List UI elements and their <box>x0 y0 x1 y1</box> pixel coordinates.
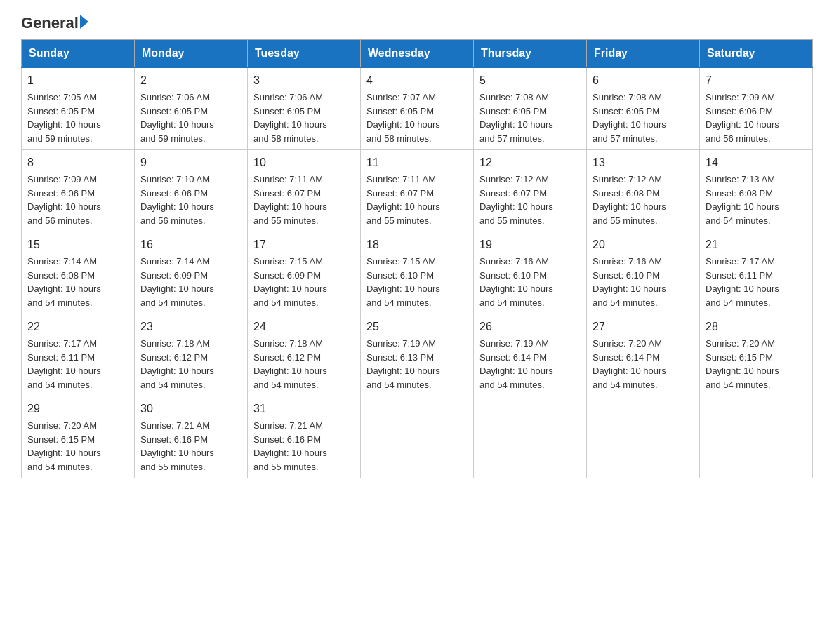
sunrise-label: Sunrise: 7:12 AM <box>479 174 549 185</box>
calendar-cell: 6 Sunrise: 7:08 AM Sunset: 6:05 PM Dayli… <box>587 67 700 150</box>
daylight-minutes: and 54 minutes. <box>479 297 545 308</box>
header-saturday: Saturday <box>700 40 813 68</box>
sunrise-label: Sunrise: 7:09 AM <box>27 174 97 185</box>
daylight-minutes: and 54 minutes. <box>479 380 545 390</box>
day-number: 21 <box>706 236 807 253</box>
daylight-label: Daylight: 10 hours <box>140 365 214 376</box>
calendar-cell: 3 Sunrise: 7:06 AM Sunset: 6:05 PM Dayli… <box>248 67 361 150</box>
daylight-minutes: and 55 minutes. <box>593 215 658 226</box>
sunrise-label: Sunrise: 7:06 AM <box>140 92 210 102</box>
header-friday: Friday <box>587 40 700 68</box>
header-thursday: Thursday <box>474 40 587 68</box>
sunset-label: Sunset: 6:10 PM <box>593 270 660 281</box>
daylight-label: Daylight: 10 hours <box>593 119 666 130</box>
day-number: 14 <box>706 154 807 171</box>
sunset-label: Sunset: 6:07 PM <box>253 188 321 199</box>
sunset-label: Sunset: 6:08 PM <box>27 270 95 281</box>
sunset-label: Sunset: 6:05 PM <box>366 106 434 116</box>
sunrise-label: Sunrise: 7:05 AM <box>27 92 97 102</box>
day-number: 29 <box>27 401 128 417</box>
sunrise-label: Sunrise: 7:08 AM <box>593 92 662 102</box>
logo-arrow-icon <box>80 15 88 29</box>
daylight-label: Daylight: 10 hours <box>253 201 327 212</box>
logo: General <box>21 14 88 32</box>
daylight-minutes: and 54 minutes. <box>366 297 432 308</box>
daylight-label: Daylight: 10 hours <box>27 119 101 130</box>
calendar-cell: 25 Sunrise: 7:19 AM Sunset: 6:13 PM Dayl… <box>361 314 474 396</box>
calendar-cell: 14 Sunrise: 7:13 AM Sunset: 6:08 PM Dayl… <box>700 150 813 232</box>
day-number: 19 <box>479 236 581 253</box>
sunset-label: Sunset: 6:06 PM <box>140 188 208 199</box>
sunrise-label: Sunrise: 7:18 AM <box>253 338 323 349</box>
sunrise-label: Sunrise: 7:19 AM <box>366 338 436 349</box>
day-number: 26 <box>479 318 581 335</box>
day-number: 4 <box>366 72 468 89</box>
calendar-week-2: 8 Sunrise: 7:09 AM Sunset: 6:06 PM Dayli… <box>22 150 813 232</box>
daylight-label: Daylight: 10 hours <box>593 283 666 294</box>
sunset-label: Sunset: 6:06 PM <box>706 106 773 116</box>
sunset-label: Sunset: 6:11 PM <box>27 352 95 363</box>
day-number: 8 <box>27 154 128 171</box>
calendar-body: 1 Sunrise: 7:05 AM Sunset: 6:05 PM Dayli… <box>22 67 813 478</box>
daylight-label: Daylight: 10 hours <box>479 283 553 294</box>
calendar-header: Sunday Monday Tuesday Wednesday Thursday… <box>22 40 813 68</box>
sunrise-label: Sunrise: 7:16 AM <box>479 256 549 267</box>
calendar-cell: 24 Sunrise: 7:18 AM Sunset: 6:12 PM Dayl… <box>248 314 361 396</box>
sunset-label: Sunset: 6:07 PM <box>366 188 434 199</box>
calendar-cell: 9 Sunrise: 7:10 AM Sunset: 6:06 PM Dayli… <box>135 150 248 232</box>
daylight-minutes: and 54 minutes. <box>27 297 93 308</box>
daylight-minutes: and 54 minutes. <box>140 380 206 390</box>
daylight-label: Daylight: 10 hours <box>253 119 327 130</box>
sunrise-label: Sunrise: 7:06 AM <box>253 92 323 102</box>
daylight-label: Daylight: 10 hours <box>593 201 666 212</box>
sunrise-label: Sunrise: 7:21 AM <box>140 420 210 431</box>
sunrise-label: Sunrise: 7:17 AM <box>706 256 775 267</box>
sunset-label: Sunset: 6:12 PM <box>253 352 321 363</box>
calendar-cell: 2 Sunrise: 7:06 AM Sunset: 6:05 PM Dayli… <box>135 67 248 150</box>
daylight-minutes: and 55 minutes. <box>366 215 432 226</box>
day-number: 30 <box>140 401 241 417</box>
calendar-week-4: 22 Sunrise: 7:17 AM Sunset: 6:11 PM Dayl… <box>22 314 813 396</box>
sunrise-label: Sunrise: 7:19 AM <box>479 338 549 349</box>
day-number: 2 <box>140 72 241 89</box>
sunrise-label: Sunrise: 7:20 AM <box>706 338 775 349</box>
calendar-cell: 29 Sunrise: 7:20 AM Sunset: 6:15 PM Dayl… <box>22 396 135 478</box>
calendar-cell <box>474 396 587 478</box>
daylight-label: Daylight: 10 hours <box>706 365 779 376</box>
calendar-cell <box>361 396 474 478</box>
day-number: 22 <box>27 318 128 335</box>
calendar-cell <box>700 396 813 478</box>
sunset-label: Sunset: 6:05 PM <box>140 106 208 116</box>
daylight-minutes: and 55 minutes. <box>253 215 319 226</box>
sunset-label: Sunset: 6:12 PM <box>140 352 208 363</box>
header-monday: Monday <box>135 40 248 68</box>
day-number: 24 <box>253 318 355 335</box>
calendar-cell: 4 Sunrise: 7:07 AM Sunset: 6:05 PM Dayli… <box>361 67 474 150</box>
day-number: 15 <box>27 236 128 253</box>
sunrise-label: Sunrise: 7:14 AM <box>27 256 97 267</box>
daylight-minutes: and 59 minutes. <box>27 133 93 144</box>
daylight-minutes: and 57 minutes. <box>479 133 545 144</box>
daylight-minutes: and 54 minutes. <box>140 297 206 308</box>
daylight-label: Daylight: 10 hours <box>253 365 327 376</box>
daylight-label: Daylight: 10 hours <box>593 365 666 376</box>
daylight-minutes: and 54 minutes. <box>27 462 93 472</box>
sunset-label: Sunset: 6:10 PM <box>366 270 434 281</box>
header-wednesday: Wednesday <box>361 40 474 68</box>
calendar-cell: 31 Sunrise: 7:21 AM Sunset: 6:16 PM Dayl… <box>248 396 361 478</box>
daylight-minutes: and 54 minutes. <box>593 380 658 390</box>
calendar-cell: 26 Sunrise: 7:19 AM Sunset: 6:14 PM Dayl… <box>474 314 587 396</box>
daylight-label: Daylight: 10 hours <box>253 283 327 294</box>
day-number: 11 <box>366 154 468 171</box>
day-number: 10 <box>253 154 355 171</box>
calendar-cell: 13 Sunrise: 7:12 AM Sunset: 6:08 PM Dayl… <box>587 150 700 232</box>
sunset-label: Sunset: 6:08 PM <box>593 188 660 199</box>
calendar-cell: 19 Sunrise: 7:16 AM Sunset: 6:10 PM Dayl… <box>474 232 587 314</box>
daylight-label: Daylight: 10 hours <box>366 365 440 376</box>
sunrise-label: Sunrise: 7:07 AM <box>366 92 436 102</box>
calendar-cell: 17 Sunrise: 7:15 AM Sunset: 6:09 PM Dayl… <box>248 232 361 314</box>
day-number: 28 <box>706 318 807 335</box>
sunrise-label: Sunrise: 7:13 AM <box>706 174 775 185</box>
calendar-week-3: 15 Sunrise: 7:14 AM Sunset: 6:08 PM Dayl… <box>22 232 813 314</box>
header-sunday: Sunday <box>22 40 135 68</box>
